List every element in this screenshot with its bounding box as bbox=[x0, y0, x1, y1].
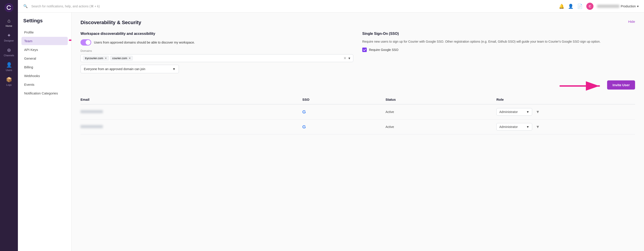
sidebar-item-logs[interactable]: 📦 Logs bbox=[0, 74, 18, 89]
people-icon[interactable]: 👤 bbox=[568, 3, 574, 9]
table-row: G Active Administrator ▼ ▼ bbox=[80, 104, 635, 119]
nav-item-webhooks[interactable]: Webhooks bbox=[22, 72, 68, 80]
cards-row: Workspace discoverability and accessibil… bbox=[80, 32, 635, 73]
logs-icon: 📦 bbox=[6, 77, 12, 83]
user-sso-cell: G bbox=[302, 104, 386, 119]
topbar-actions: 🔔 👤 📄 C Production ▾ bbox=[559, 3, 639, 10]
invite-user-button[interactable]: Invite User bbox=[607, 80, 635, 90]
nav-item-team-wrapper: Team bbox=[22, 37, 68, 45]
workspace-dropdown-icon: ▾ bbox=[637, 4, 639, 8]
role-dropdown-arrow: ▼ bbox=[526, 110, 529, 114]
join-dropdown[interactable]: Everyone from an approved domain can joi… bbox=[80, 65, 179, 73]
domains-input[interactable]: trycourier.com ✕ courier.com ✕ ✕ ▼ bbox=[80, 54, 353, 62]
toggle-label: Users from approved domains should be ab… bbox=[94, 41, 195, 44]
nav-item-billing[interactable]: Billing bbox=[22, 63, 68, 71]
workspace-selector[interactable]: Production ▾ bbox=[597, 4, 639, 8]
more-actions-button[interactable]: ▼ bbox=[534, 124, 542, 130]
table-header-role: Role bbox=[496, 95, 635, 104]
discoverability-toggle[interactable] bbox=[80, 39, 91, 45]
sidebar-item-users[interactable]: 👤 Users bbox=[0, 59, 18, 74]
table-row: G Active Administrator ▼ ▼ bbox=[80, 119, 635, 134]
domain-tag-courier: courier.com ✕ bbox=[110, 56, 133, 60]
channels-icon: ⊕ bbox=[7, 47, 11, 53]
role-label: Administrator bbox=[499, 125, 518, 129]
remove-domain-trycourier[interactable]: ✕ bbox=[105, 57, 107, 60]
table-header-sso: SSO bbox=[302, 95, 386, 104]
section-title: Discoverability & Security bbox=[80, 20, 141, 25]
sso-checkbox[interactable] bbox=[362, 47, 367, 52]
sso-description: Require new users to sign up for Courier… bbox=[362, 39, 635, 44]
email-blurred bbox=[80, 125, 103, 128]
join-dropdown-arrow: ▼ bbox=[172, 67, 176, 71]
users-icon: 👤 bbox=[6, 62, 12, 68]
sso-checkbox-row: Require Google SSO bbox=[362, 47, 635, 52]
main-content: Discoverability & Security Hide Workspac… bbox=[72, 12, 644, 251]
workspace-avatar: C bbox=[586, 3, 594, 10]
sso-checkbox-label: Require Google SSO bbox=[369, 48, 398, 52]
nav-item-profile[interactable]: Profile bbox=[22, 28, 68, 36]
workspace-discoverability-card: Workspace discoverability and accessibil… bbox=[80, 32, 353, 73]
user-email-cell bbox=[80, 104, 302, 119]
google-icon: G bbox=[302, 109, 306, 114]
nav-item-events[interactable]: Events bbox=[22, 80, 68, 89]
user-status-cell: Active bbox=[386, 104, 496, 119]
join-option-label: Everyone from an approved domain can joi… bbox=[84, 67, 145, 71]
svg-point-0 bbox=[4, 3, 14, 12]
sso-title: Single Sign-On (SSO) bbox=[362, 32, 635, 36]
domains-dropdown-arrow[interactable]: ▼ bbox=[348, 56, 351, 60]
app-logo[interactable] bbox=[4, 2, 14, 13]
table-header-status: Status bbox=[386, 95, 496, 104]
notification-icon[interactable]: 🔔 bbox=[559, 3, 564, 9]
clear-domains-button[interactable]: ✕ bbox=[344, 56, 346, 60]
toggle-row: Users from approved domains should be ab… bbox=[80, 39, 353, 45]
role-selector[interactable]: Administrator ▼ bbox=[496, 108, 532, 116]
domain-tag-trycourier: trycourier.com ✕ bbox=[83, 56, 109, 60]
sidebar-item-channels[interactable]: ⊕ Channels bbox=[0, 45, 18, 59]
nav-item-api-keys[interactable]: API Keys bbox=[22, 45, 68, 54]
sidebar-item-designer[interactable]: ✦ Designer bbox=[0, 30, 18, 45]
email-blurred bbox=[80, 110, 103, 113]
workspace-section-title: Workspace discoverability and accessibil… bbox=[80, 32, 353, 36]
nav-item-general[interactable]: General bbox=[22, 54, 68, 62]
designer-icon: ✦ bbox=[7, 33, 11, 38]
user-email-cell bbox=[80, 119, 302, 134]
google-icon: G bbox=[302, 124, 306, 129]
domains-actions: ✕ ▼ bbox=[344, 56, 351, 60]
user-status-cell: Active bbox=[386, 119, 496, 134]
topbar: 🔍 Search for notifications, help, and ac… bbox=[18, 0, 644, 12]
remove-domain-courier[interactable]: ✕ bbox=[128, 57, 131, 60]
table-header-email: Email bbox=[80, 95, 302, 104]
settings-title: Settings bbox=[22, 18, 68, 24]
sidebar: ⌂ Home ✦ Designer ⊕ Channels 👤 Users 📦 L… bbox=[0, 0, 18, 251]
settings-nav: Settings Profile Team API Keys General B… bbox=[18, 12, 72, 251]
role-dropdown-arrow: ▼ bbox=[526, 125, 529, 129]
invite-arrow-indicator bbox=[558, 80, 603, 92]
role-selector[interactable]: Administrator ▼ bbox=[496, 123, 532, 131]
user-role-cell: Administrator ▼ ▼ bbox=[496, 104, 635, 119]
user-table: Email SSO Status Role G Active bbox=[80, 95, 635, 134]
invite-row: Invite User bbox=[80, 80, 635, 90]
workspace-label: Production bbox=[621, 4, 636, 8]
main-container: 🔍 Search for notifications, help, and ac… bbox=[18, 0, 644, 251]
domain-tag-label: courier.com bbox=[112, 56, 127, 60]
role-label: Administrator bbox=[499, 110, 518, 114]
workspace-name-blurred bbox=[597, 5, 620, 8]
domain-tag-label: trycourier.com bbox=[85, 56, 103, 60]
search-bar[interactable]: Search for notifications, help, and acti… bbox=[31, 4, 555, 8]
more-actions-button[interactable]: ▼ bbox=[534, 109, 542, 115]
hide-link[interactable]: Hide bbox=[628, 20, 635, 23]
domains-label: Domains bbox=[80, 49, 353, 52]
content-area: Settings Profile Team API Keys General B… bbox=[18, 12, 644, 251]
nav-item-notification-categories[interactable]: Notification Categories bbox=[22, 89, 68, 97]
user-sso-cell: G bbox=[302, 119, 386, 134]
sso-card: Single Sign-On (SSO) Require new users t… bbox=[362, 32, 635, 73]
checkmark-icon bbox=[363, 48, 366, 51]
user-role-cell: Administrator ▼ ▼ bbox=[496, 119, 635, 134]
sidebar-item-home[interactable]: ⌂ Home bbox=[0, 15, 18, 30]
search-icon: 🔍 bbox=[23, 4, 28, 8]
nav-item-team[interactable]: Team bbox=[22, 37, 68, 45]
document-icon[interactable]: 📄 bbox=[577, 3, 583, 9]
home-icon: ⌂ bbox=[8, 18, 10, 24]
section-header: Discoverability & Security Hide bbox=[80, 20, 635, 25]
